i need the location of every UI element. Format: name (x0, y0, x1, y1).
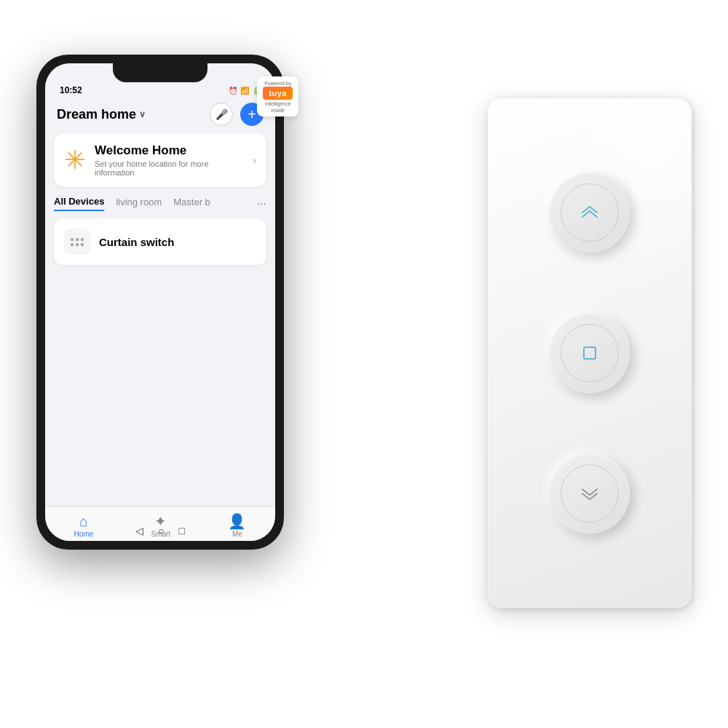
tuya-sub-text: IntelligenceInside (265, 101, 290, 114)
device-dots-icon (71, 238, 84, 246)
stop-button[interactable] (550, 313, 630, 393)
curtain-switch-icon (64, 229, 90, 255)
welcome-card[interactable]: ✳ Welcome Home Set your home location fo… (54, 133, 266, 187)
curtain-switch-panel (488, 98, 692, 608)
tabs-more-icon[interactable]: ··· (257, 197, 266, 210)
nav-me[interactable]: 👤 Me (228, 514, 246, 538)
close-button-inner (561, 464, 619, 523)
tuya-logo: tuya (263, 87, 293, 100)
main-scene: 10:52 ⏰ 📶 🔋 Dream home ∨ 🎤 + (36, 55, 692, 673)
home-title-text: Dream home (57, 107, 136, 122)
alarm-icon: ⏰ (229, 87, 237, 95)
home-title-area[interactable]: Dream home ∨ (57, 107, 146, 122)
home-chevron-icon: ∨ (139, 109, 146, 119)
me-nav-label: Me (232, 530, 242, 538)
welcome-title: Welcome Home (95, 143, 244, 158)
home-nav-label: Home (74, 530, 94, 538)
status-icons: ⏰ 📶 🔋 (229, 87, 261, 95)
phone: 10:52 ⏰ 📶 🔋 Dream home ∨ 🎤 + (36, 55, 284, 550)
svg-rect-0 (584, 347, 596, 359)
powered-by-text: Powered by (264, 81, 291, 87)
tab-master-b[interactable]: Master b (173, 197, 210, 210)
stop-button-inner (561, 324, 619, 382)
mic-button[interactable]: 🎤 (210, 103, 233, 126)
home-nav-icon: ⌂ (79, 514, 88, 529)
welcome-subtitle: Set your home location for more informat… (95, 159, 244, 177)
tuya-badge: Powered by tuya IntelligenceInside (257, 76, 298, 116)
device-list: Curtain switch (54, 218, 266, 265)
back-gesture-icon: ◁ (135, 525, 143, 537)
device-tabs: All Devices living room Master b ··· (45, 196, 275, 211)
welcome-chevron-icon: › (253, 154, 256, 166)
tab-all-devices[interactable]: All Devices (54, 196, 104, 211)
welcome-text: Welcome Home Set your home location for … (95, 143, 244, 177)
recents-gesture-icon: □ (179, 525, 185, 537)
open-icon (577, 199, 603, 226)
me-nav-icon: 👤 (228, 514, 246, 529)
sun-icon: ✳ (64, 145, 86, 175)
close-button[interactable] (550, 454, 630, 534)
header-icons: 🎤 + (210, 103, 264, 126)
phone-body: 10:52 ⏰ 📶 🔋 Dream home ∨ 🎤 + (36, 55, 284, 550)
close-icon (577, 480, 603, 507)
time-display: 10:52 (60, 85, 82, 95)
tab-living-room[interactable]: living room (116, 197, 162, 210)
stop-icon (577, 340, 603, 366)
system-gesture-bar: ◁ ○ □ (135, 525, 185, 537)
open-button-inner (561, 183, 619, 242)
phone-screen: 10:52 ⏰ 📶 🔋 Dream home ∨ 🎤 + (45, 63, 275, 541)
nav-home[interactable]: ⌂ Home (74, 514, 94, 538)
phone-notch (113, 63, 207, 82)
wifi-icon: 📶 (240, 87, 249, 95)
open-button[interactable] (550, 173, 630, 253)
device-card-curtain-switch[interactable]: Curtain switch (54, 218, 266, 265)
home-gesture-icon: ○ (158, 525, 164, 537)
device-name-curtain-switch: Curtain switch (99, 236, 174, 248)
app-header: Dream home ∨ 🎤 + (45, 98, 275, 133)
